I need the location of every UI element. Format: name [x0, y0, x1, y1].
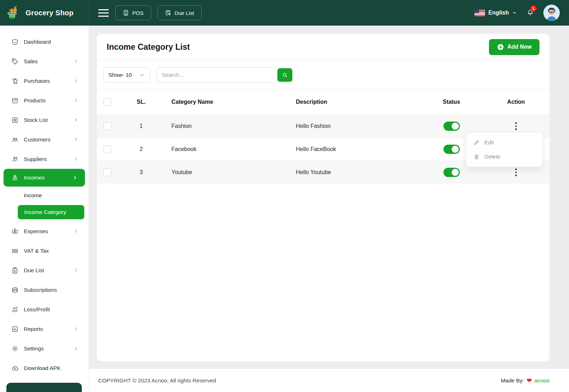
sidebar-item-products[interactable]: Products	[0, 91, 89, 110]
app-header: Grocery Shop POS	[0, 0, 569, 26]
sidebar-item-purchases[interactable]: Purchases	[0, 71, 89, 91]
row-actions-kebab-icon[interactable]	[513, 166, 519, 178]
sidebar-subitem-income[interactable]: Income	[0, 187, 89, 204]
row-checkbox[interactable]	[103, 145, 111, 153]
sidebar-item-reports[interactable]: Reports	[0, 319, 89, 339]
language-label: English	[488, 10, 509, 16]
due-list-button[interactable]: Due List	[158, 5, 202, 20]
sidebar-item-label: Products	[24, 97, 46, 104]
edit-menu-item[interactable]: Edit	[466, 135, 542, 150]
us-flag-icon	[474, 9, 485, 16]
sidebar-item-incomes[interactable]: Incomes	[4, 169, 85, 187]
sales-tag-icon	[11, 58, 18, 65]
sidebar-item-settings[interactable]: Settings	[0, 339, 89, 358]
sidebar-item-label: Download APK	[24, 365, 60, 371]
chevron-right-icon	[73, 117, 79, 123]
heart-icon: ❤	[527, 377, 532, 385]
plus-circle-icon	[497, 43, 504, 51]
select-all-checkbox[interactable]	[103, 98, 111, 106]
row-checkbox[interactable]	[103, 168, 111, 176]
sidebar-item-customers[interactable]: Customers	[0, 130, 89, 149]
row-checkbox[interactable]	[103, 122, 111, 130]
sidebar-item-due-list[interactable]: Due List	[0, 261, 89, 280]
column-header-name: Category Name	[161, 99, 285, 105]
made-by-brand-link[interactable]: acnoo	[535, 377, 549, 384]
notification-badge: 1	[530, 5, 537, 12]
pos-button-label: POS	[132, 10, 144, 16]
sidebar-item-label: Expenses	[24, 228, 48, 235]
sidebar-item-label: VAT & Tax	[24, 248, 49, 254]
subscriptions-icon	[11, 286, 18, 294]
sidebar-item-stock-list[interactable]: Stock List	[0, 110, 89, 130]
add-new-button[interactable]: Add New	[489, 39, 539, 55]
expenses-icon	[11, 228, 18, 235]
sidebar-item-label: Incomes	[24, 174, 45, 181]
hamburger-menu-icon[interactable]	[98, 9, 109, 17]
cloud-download-icon	[11, 365, 18, 372]
chevron-right-icon	[73, 137, 79, 142]
money-bag-icon	[11, 174, 18, 181]
row-actions-kebab-icon[interactable]	[513, 120, 519, 132]
sidebar-subitem-income-category[interactable]: Income Category	[18, 205, 84, 219]
sidebar: Dashboard Sales Purchases	[0, 26, 89, 392]
search-button[interactable]	[277, 68, 292, 82]
status-toggle[interactable]	[443, 145, 460, 154]
chevron-right-icon	[73, 59, 79, 64]
sidebar-item-subscriptions[interactable]: Subscriptions	[0, 280, 89, 300]
made-by-label: Made By:	[501, 377, 524, 384]
chevron-down-icon	[512, 10, 517, 15]
grocery-basket-logo-icon	[5, 5, 21, 21]
status-toggle[interactable]	[443, 122, 460, 131]
sidebar-item-sales[interactable]: Sales	[0, 52, 89, 71]
edit-menu-label: Edit	[484, 139, 494, 146]
column-header-sl: SL.	[122, 99, 161, 105]
show-entries-select[interactable]: Show- 10	[103, 67, 150, 83]
chevron-right-icon	[73, 98, 79, 103]
language-selector[interactable]: English	[474, 9, 517, 16]
column-header-action: Action	[483, 99, 549, 105]
pencil-icon	[473, 139, 480, 146]
chevron-right-icon	[73, 229, 79, 234]
due-note-icon	[165, 10, 171, 16]
sidebar-item-dashboard[interactable]: Dashboard	[0, 32, 89, 52]
sidebar-item-vat-tax[interactable]: VAT & Tax	[0, 241, 89, 261]
sidebar-item-label: Loss/Profit	[24, 306, 50, 313]
sidebar-item-label: Dashboard	[24, 39, 51, 45]
delete-menu-item[interactable]: Delete	[466, 150, 542, 164]
row-category-name: Youtube	[161, 169, 285, 176]
chevron-down-icon	[139, 72, 145, 78]
product-box-icon	[11, 97, 18, 104]
notifications-button[interactable]: 1	[526, 8, 534, 17]
sidebar-bottom-card[interactable]	[6, 383, 82, 392]
row-sl: 1	[122, 123, 161, 129]
row-actions-dropdown: Edit Delete	[466, 132, 543, 167]
sidebar-item-label: Sales	[24, 58, 38, 65]
pos-button[interactable]: POS	[115, 5, 151, 20]
sidebar-item-label: Due List	[24, 267, 44, 274]
stock-list-icon	[11, 117, 18, 124]
due-list-clipboard-icon	[11, 267, 18, 274]
main-content: Income Category List Add New Show- 10	[89, 26, 569, 369]
chevron-right-icon	[72, 175, 78, 181]
due-list-button-label: Due List	[175, 10, 194, 16]
user-avatar[interactable]	[543, 5, 560, 21]
add-new-label: Add New	[507, 44, 532, 50]
sidebar-item-suppliers[interactable]: Suppliers	[0, 149, 89, 169]
copyright-text: COPYRIGHT © 2023 Acnoo, All rights Reser…	[98, 377, 216, 384]
customers-group-icon	[11, 136, 18, 143]
chevron-right-icon	[73, 268, 79, 273]
search-icon	[282, 72, 288, 78]
sidebar-subitem-label: Income	[24, 192, 42, 199]
brand-area[interactable]: Grocery Shop	[0, 0, 89, 26]
chevron-right-icon	[73, 156, 79, 162]
sidebar-item-loss-profit[interactable]: Loss/Profit	[0, 300, 89, 319]
table-header-row: SL. Category Name Description Status Act…	[97, 90, 549, 114]
row-category-name: Fashion	[161, 123, 285, 129]
sidebar-item-download-apk[interactable]: Download APK	[0, 358, 89, 378]
sidebar-item-label: Reports	[24, 326, 43, 332]
sidebar-item-expenses[interactable]: Expenses	[0, 221, 89, 241]
dashboard-icon	[11, 38, 18, 45]
search-input[interactable]	[157, 72, 277, 78]
status-toggle[interactable]	[443, 168, 460, 177]
sidebar-item-label: Suppliers	[24, 156, 47, 162]
